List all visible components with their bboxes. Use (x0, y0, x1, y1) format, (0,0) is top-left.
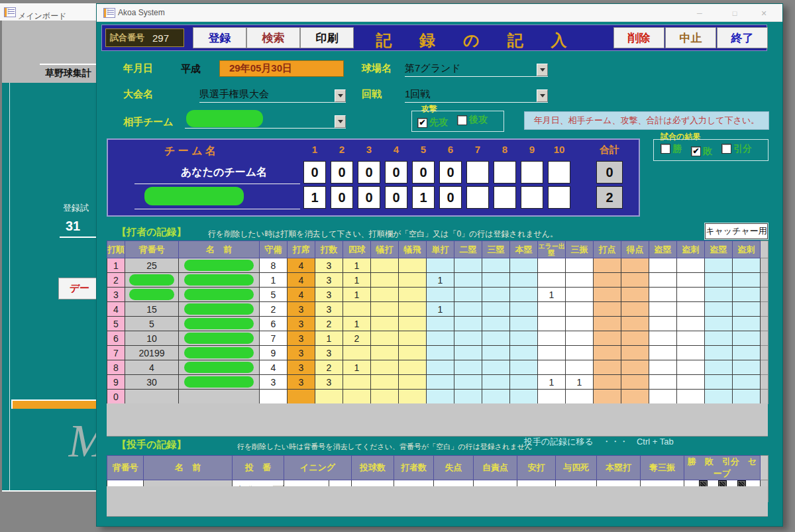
batter-stat-cell[interactable] (733, 375, 761, 390)
batter-stat-cell[interactable] (733, 273, 761, 288)
batter-stat-cell[interactable] (705, 390, 733, 404)
batter-stat-cell[interactable] (454, 390, 482, 404)
batter-stat-cell[interactable] (594, 375, 621, 390)
batter-stat-cell[interactable] (566, 346, 594, 360)
batter-stat-cell[interactable] (482, 317, 510, 331)
batter-stat-cell[interactable] (649, 360, 677, 375)
batter-stat-cell[interactable] (566, 360, 594, 375)
batter-stat-cell[interactable] (510, 375, 538, 390)
batter-stat-cell[interactable]: 4 (260, 360, 288, 375)
batter-name-cell[interactable] (179, 346, 260, 360)
batter-stat-cell[interactable] (399, 331, 427, 346)
batter-stat-cell[interactable]: 9 (260, 346, 288, 360)
batter-stat-cell[interactable] (482, 360, 510, 375)
batter-name-cell[interactable] (179, 331, 260, 346)
inning-score-cell[interactable]: 0 (412, 161, 435, 184)
inning-score-cell[interactable]: 0 (385, 161, 407, 184)
date-input[interactable]: 29年05月30日 (219, 60, 344, 77)
batter-stat-cell[interactable] (454, 302, 482, 317)
inning-score-cell[interactable]: 0 (331, 186, 353, 209)
batter-stat-cell[interactable]: 5 (260, 288, 288, 302)
batter-order-cell[interactable]: 9 (107, 375, 125, 390)
batter-stat-cell[interactable] (677, 258, 705, 273)
batter-stat-cell[interactable] (399, 360, 427, 375)
batter-stat-cell[interactable] (594, 390, 621, 404)
batter-stat-cell[interactable] (482, 258, 510, 273)
tournament-combo[interactable]: 県選手権県大会 (199, 87, 346, 103)
print-button[interactable]: 印刷 (300, 27, 354, 48)
batter-stat-cell[interactable] (427, 375, 454, 390)
exit-button[interactable]: 終了 (717, 27, 768, 48)
batter-stat-cell[interactable] (538, 331, 566, 346)
batter-stat-cell[interactable] (733, 360, 761, 375)
batter-stat-cell[interactable] (621, 273, 649, 288)
batter-stat-cell[interactable] (594, 302, 621, 317)
inning-score-cell[interactable]: 0 (439, 186, 462, 209)
batter-stat-cell[interactable] (454, 288, 482, 302)
maximize-button[interactable]: □ (725, 9, 745, 18)
abort-button[interactable]: 中止 (665, 27, 716, 48)
batter-stat-cell[interactable]: 1 (343, 288, 371, 302)
inning-score-cell[interactable]: 0 (331, 161, 353, 184)
batter-stat-cell[interactable] (677, 375, 705, 390)
batter-stat-cell[interactable] (399, 302, 427, 317)
batter-stat-cell[interactable] (705, 346, 733, 360)
batter-stat-cell[interactable] (594, 273, 621, 288)
result-option-勝[interactable]: 勝 (661, 143, 682, 155)
batter-stat-cell[interactable] (733, 346, 761, 360)
batter-stat-cell[interactable]: 1 (343, 273, 371, 288)
batter-stat-cell[interactable] (482, 273, 510, 288)
batter-stat-cell[interactable] (705, 288, 733, 302)
batter-stat-cell[interactable] (538, 346, 566, 360)
batter-order-cell[interactable]: 2 (107, 273, 125, 288)
batter-number-cell[interactable]: 30 (125, 375, 179, 390)
batter-stat-cell[interactable] (621, 375, 649, 390)
batter-name-cell[interactable] (179, 317, 260, 331)
batter-stat-cell[interactable] (510, 317, 538, 331)
batter-stat-cell[interactable]: 4 (288, 258, 315, 273)
batter-number-cell[interactable]: 4 (125, 360, 179, 375)
batter-stat-cell[interactable]: 4 (288, 273, 315, 288)
search-button[interactable]: 検索 (246, 27, 300, 48)
batter-stat-cell[interactable] (705, 331, 733, 346)
batter-stat-cell[interactable]: 7 (260, 331, 288, 346)
batter-stat-cell[interactable] (288, 390, 315, 404)
batter-stat-cell[interactable] (399, 375, 427, 390)
batter-stat-cell[interactable] (621, 302, 649, 317)
batter-stat-cell[interactable] (427, 258, 454, 273)
batter-stat-cell[interactable] (371, 317, 399, 331)
batter-name-cell[interactable] (179, 258, 260, 273)
batter-stat-cell[interactable] (677, 331, 705, 346)
batter-stat-cell[interactable] (343, 375, 371, 390)
batter-stat-cell[interactable] (705, 273, 733, 288)
batter-stat-cell[interactable] (621, 360, 649, 375)
batter-name-cell[interactable] (179, 273, 260, 288)
batter-order-cell[interactable]: 0 (107, 390, 125, 404)
batter-stat-cell[interactable]: 6 (260, 317, 288, 331)
batter-number-cell[interactable]: 10 (125, 331, 179, 346)
batter-stat-cell[interactable]: 3 (288, 346, 315, 360)
batter-stat-cell[interactable] (649, 331, 677, 346)
batter-stat-cell[interactable] (705, 258, 733, 273)
batter-stat-cell[interactable] (371, 375, 399, 390)
batter-stat-cell[interactable] (399, 273, 427, 288)
inning-score-cell[interactable]: 0 (358, 161, 380, 184)
attack-option-後攻[interactable]: 後攻 (457, 114, 488, 126)
batter-stat-cell[interactable] (454, 375, 482, 390)
batter-stat-cell[interactable] (733, 317, 761, 331)
batter-stat-cell[interactable] (677, 302, 705, 317)
batter-stat-cell[interactable]: 4 (288, 288, 315, 302)
batter-stat-cell[interactable]: 2 (315, 317, 343, 331)
batter-stat-cell[interactable] (538, 360, 566, 375)
result-option-引分[interactable]: 引分 (721, 143, 752, 155)
batter-stat-cell[interactable]: 1 (260, 273, 288, 288)
inning-score-cell[interactable]: 1 (412, 186, 435, 209)
batter-stat-cell[interactable] (594, 317, 621, 331)
stadium-combo[interactable]: 第7グランド (405, 61, 548, 77)
chevron-down-icon[interactable] (537, 64, 548, 76)
batter-stat-cell[interactable] (510, 288, 538, 302)
batter-stat-cell[interactable] (510, 360, 538, 375)
batter-stat-cell[interactable] (733, 288, 761, 302)
batter-stat-cell[interactable]: 3 (288, 317, 315, 331)
minimize-button[interactable]: ─ (690, 9, 710, 18)
